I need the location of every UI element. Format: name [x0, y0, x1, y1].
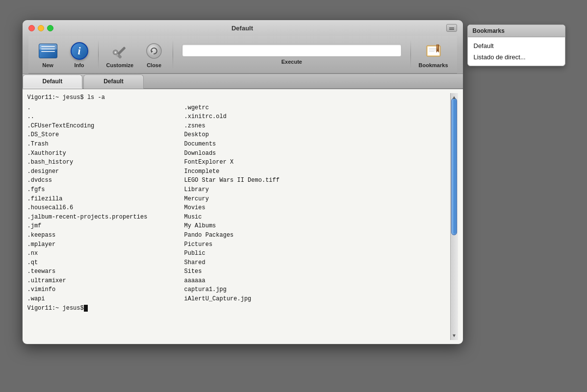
terminal-row: .TrashDocuments [27, 140, 450, 149]
terminal-row: .jalbum-recent-projects.propertiesMusic [27, 213, 450, 222]
terminal-row: ..wgetrc [27, 103, 450, 113]
title-bar: Default New [23, 20, 463, 74]
close-icon [144, 41, 164, 61]
terminal-content: Vigor11:~ jesus$ ls -a ..wgetrc...xinitr… [23, 89, 463, 344]
bookmarks-icon [423, 41, 444, 61]
separator-2 [173, 40, 173, 69]
bookmarks-header: Bookmarks [468, 25, 565, 37]
terminal-row: .dvdcssLEGO Star Wars II Demo.tiff [27, 176, 450, 185]
terminal-row: .mplayerPictures [27, 240, 450, 249]
bookmarks-panel: Bookmarks Default Listado de direct... [467, 24, 565, 66]
terminal-prompt-line: Vigor11:~ jesus$ ls -a [27, 93, 450, 102]
minimize-button[interactable] [38, 25, 44, 31]
customize-button[interactable]: Customize [102, 39, 138, 70]
customize-label: Customize [106, 62, 134, 68]
close-session-button[interactable]: Close [139, 39, 169, 70]
toolbar: New i Info [28, 36, 457, 74]
scrollbar-thumb[interactable] [451, 98, 457, 235]
terminal-row: .teewarsSites [27, 267, 450, 276]
tab-default-2[interactable]: Default [83, 74, 144, 89]
terminal-row: .DS_StoreDesktop [27, 130, 450, 140]
info-icon: i [69, 41, 90, 61]
terminal-row: ...xinitrc.old [27, 112, 450, 122]
terminal-row: .nxPublic [27, 249, 450, 258]
svg-point-5 [147, 44, 161, 58]
terminal-row: .XauthorityDownloads [27, 149, 450, 158]
new-label: New [42, 62, 53, 68]
terminal-row: .filezillaMercury [27, 195, 450, 204]
tabs-bar: Default Default [23, 74, 463, 89]
separator-3 [410, 40, 411, 69]
svg-rect-3 [117, 47, 126, 55]
terminal-row: .ultramixeraaaaaa [27, 276, 450, 286]
terminal-row: .keepassPando Packages [27, 231, 450, 240]
bookmark-item-listado[interactable]: Listado de direct... [468, 51, 565, 63]
main-window: Default New [22, 20, 463, 344]
info-button[interactable]: i Info [65, 39, 94, 70]
window-title: Default [53, 24, 432, 32]
terminal-row: .bash_historyFontExplorer X [27, 158, 450, 167]
close-button[interactable] [28, 25, 35, 31]
resize-button[interactable] [446, 24, 457, 32]
terminal-rows: ..wgetrc...xinitrc.old.CFUserTextEncodin… [27, 103, 450, 304]
execute-input[interactable] [182, 44, 401, 57]
terminal-row: .designerIncomplete [27, 167, 450, 176]
customize-icon [109, 41, 130, 61]
scroll-up-button[interactable]: ▲ [451, 94, 458, 101]
terminal-text: Vigor11:~ jesus$ ls -a ..wgetrc...xinitr… [27, 93, 450, 340]
bookmarks-label: Bookmarks [419, 62, 448, 68]
terminal-row: .CFUserTextEncoding.zsnes [27, 122, 450, 131]
bookmarks-list: Default Listado de direct... [468, 37, 565, 66]
execute-label: Execute [281, 59, 302, 65]
terminal-row: .viminfocaptura1.jpg [27, 285, 450, 294]
separator-1 [98, 40, 99, 69]
close-label: Close [147, 62, 161, 68]
tab-default-1[interactable]: Default [23, 74, 83, 89]
terminal-row: .fgfsLibrary [27, 185, 450, 195]
scroll-down-button[interactable]: ▼ [451, 332, 458, 339]
terminal-bottom-prompt: Vigor11:~ jesus$ [27, 304, 450, 313]
scrollbar[interactable]: ▲ ▼ [450, 93, 458, 340]
terminal-row: .housecall6.6Movies [27, 203, 450, 213]
maximize-button[interactable] [47, 25, 53, 31]
bookmarks-button[interactable]: Bookmarks [415, 39, 452, 70]
bookmark-item-default[interactable]: Default [468, 40, 565, 51]
execute-group: Execute [177, 44, 406, 65]
new-button[interactable]: New [33, 39, 63, 70]
traffic-lights [28, 25, 53, 31]
terminal-row: .wapiiAlertU_Capture.jpg [27, 294, 450, 304]
terminal-row: .qtShared [27, 258, 450, 268]
new-icon [38, 41, 58, 61]
cursor [84, 305, 88, 312]
info-label: Info [74, 62, 84, 68]
window-container: Default New [22, 20, 565, 344]
terminal-row: .jmfMy Albums [27, 221, 450, 231]
